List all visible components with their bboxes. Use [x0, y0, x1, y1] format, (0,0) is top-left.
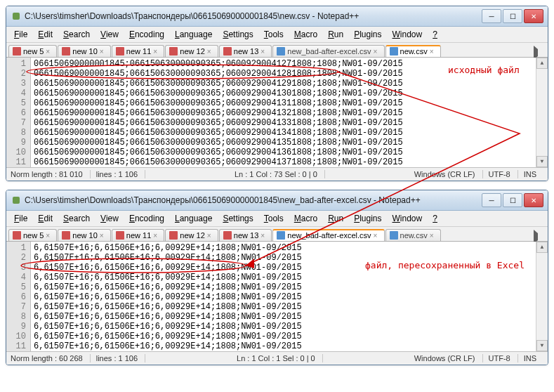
menu-file[interactable]: File — [9, 28, 32, 41]
tab-new-12[interactable]: new 12× — [165, 229, 218, 241]
text-line[interactable]: 066150690000001845;066150630000090365;06… — [34, 89, 533, 98]
text-line[interactable]: 066150690000001845;066150630000090365;06… — [34, 79, 533, 89]
tab-new-bad-after-excel-csv[interactable]: new_bad-after-excel.csv× — [272, 45, 384, 57]
text-line[interactable]: 066150690000001845;066150630000090365;06… — [34, 59, 533, 69]
tab-close-icon[interactable]: × — [46, 232, 53, 240]
tab-close-icon[interactable]: × — [260, 48, 268, 55]
menu-encoding[interactable]: Encoding — [124, 28, 169, 41]
menu-encoding[interactable]: Encoding — [124, 212, 169, 225]
editor-area[interactable]: 1234567891011 6,61507E+16;6,61506E+16;6,… — [6, 242, 548, 351]
text-line[interactable]: 6,61507E+16;6,61506E+16;6,00929E+14;1808… — [34, 322, 533, 332]
tab-close-icon[interactable]: × — [153, 232, 160, 240]
text-line[interactable]: 6,61507E+16;6,61506E+16;6,00929E+14;1808… — [34, 243, 533, 253]
text-line[interactable]: 066150690000001845;066150630000090365;06… — [34, 148, 533, 157]
text-line[interactable]: 066150690000001845;066150630000090365;06… — [34, 108, 533, 118]
menu-run[interactable]: Run — [323, 212, 348, 225]
text-line[interactable]: 066150690000001845;066150630000090365;06… — [34, 138, 533, 148]
menu-macro[interactable]: Macro — [289, 212, 322, 225]
text-line[interactable]: 066150690000001845;066150630000090365;06… — [34, 118, 533, 128]
text-line[interactable]: 066150690000001845;066150630000090365;06… — [34, 128, 533, 138]
tab-close-icon[interactable]: × — [430, 232, 437, 240]
vertical-scrollbar[interactable]: ▲ ▼ — [536, 58, 548, 167]
tab-new-11[interactable]: new 11× — [112, 229, 164, 241]
tab-close-icon[interactable]: × — [153, 48, 160, 55]
text-line[interactable]: 066150690000001845;066150630000090365;06… — [34, 98, 533, 108]
menu-search[interactable]: Search — [58, 212, 95, 225]
menu-plugins[interactable]: Plugins — [349, 28, 386, 41]
menu-search[interactable]: Search — [58, 28, 95, 41]
close-button[interactable]: ✕ — [524, 193, 543, 207]
text-line[interactable]: 066150690000001845;066150630000090365;06… — [34, 157, 533, 167]
unsaved-file-icon — [13, 231, 21, 240]
tab-new-csv[interactable]: new.csv× — [385, 45, 441, 57]
text-line[interactable]: 6,61507E+16;6,61506E+16;6,00929E+14;1808… — [34, 282, 533, 292]
tab-new-5[interactable]: new 5× — [8, 229, 57, 241]
minimize-button[interactable]: ─ — [482, 9, 501, 23]
menu-language[interactable]: Language — [170, 212, 217, 225]
menu-edit[interactable]: Edit — [33, 212, 58, 225]
menu-run[interactable]: Run — [323, 28, 348, 41]
text-content[interactable]: 6,61507E+16;6,61506E+16;6,00929E+14;1808… — [31, 242, 536, 351]
titlebar[interactable]: C:\Users\timsher\Downloads\Транспондеры\… — [6, 6, 548, 27]
tab-close-icon[interactable]: × — [374, 48, 381, 55]
menu-?[interactable]: ? — [428, 212, 442, 225]
tab-close-icon[interactable]: × — [374, 232, 381, 240]
tab-label: new 5 — [23, 47, 44, 55]
text-line[interactable]: 6,61507E+16;6,61506E+16;6,00929E+14;1808… — [34, 273, 533, 282]
tab-close-icon[interactable]: × — [430, 48, 437, 55]
menu-file[interactable]: File — [9, 212, 32, 225]
tab-new-13[interactable]: new 13× — [219, 229, 272, 241]
maximize-button[interactable]: ☐ — [503, 193, 522, 207]
scroll-up-arrow[interactable]: ▲ — [536, 58, 548, 69]
menu-tools[interactable]: Tools — [259, 212, 289, 225]
vertical-scrollbar[interactable]: ▲ ▼ — [536, 242, 548, 351]
tab-close-icon[interactable]: × — [260, 232, 268, 240]
menu-language[interactable]: Language — [170, 28, 217, 41]
text-line[interactable]: 066150690000001845;066150630000090365;06… — [34, 69, 533, 79]
scroll-down-arrow[interactable]: ▼ — [536, 156, 548, 167]
menu-edit[interactable]: Edit — [33, 28, 58, 41]
menu-settings[interactable]: Settings — [218, 212, 258, 225]
tab-new-12[interactable]: new 12× — [165, 45, 218, 57]
unsaved-file-icon — [62, 47, 70, 55]
menu-settings[interactable]: Settings — [218, 28, 258, 41]
tab-label: new 5 — [23, 231, 44, 240]
tab-close-icon[interactable]: × — [207, 232, 214, 240]
tab-new-10[interactable]: new 10× — [58, 229, 110, 241]
close-button[interactable]: ✕ — [524, 9, 543, 23]
tab-new-11[interactable]: new 11× — [112, 45, 164, 57]
scroll-down-arrow[interactable]: ▼ — [536, 340, 548, 351]
text-line[interactable]: 6,61507E+16;6,61506E+16;6,00929E+14;1808… — [34, 253, 533, 263]
scroll-up-arrow[interactable]: ▲ — [536, 242, 548, 253]
editor-area[interactable]: 1234567891011 066150690000001845;0661506… — [6, 58, 548, 167]
menubar: FileEditSearchViewEncodingLanguageSettin… — [6, 27, 548, 43]
menu-view[interactable]: View — [95, 28, 124, 41]
tab-new-csv[interactable]: new.csv× — [385, 229, 441, 241]
tab-new-5[interactable]: new 5× — [8, 45, 57, 57]
menu-view[interactable]: View — [95, 212, 124, 225]
minimize-button[interactable]: ─ — [482, 193, 501, 207]
tab-new-13[interactable]: new 13× — [219, 45, 272, 57]
text-line[interactable]: 6,61507E+16;6,61506E+16;6,00929E+14;1808… — [34, 332, 533, 341]
menu-plugins[interactable]: Plugins — [349, 212, 386, 225]
menu-macro[interactable]: Macro — [289, 28, 322, 41]
text-line[interactable]: 6,61507E+16;6,61506E+16;6,00929E+14;1808… — [34, 302, 533, 312]
menu-window[interactable]: Window — [388, 212, 428, 225]
status-lines: lines : 1 106 — [96, 354, 145, 362]
text-line[interactable]: 6,61507E+16;6,61506E+16;6,00929E+14;1808… — [34, 341, 533, 351]
text-line[interactable]: 6,61507E+16;6,61506E+16;6,00929E+14;1808… — [34, 292, 533, 302]
tab-new-10[interactable]: new 10× — [58, 45, 110, 57]
menu-?[interactable]: ? — [428, 28, 442, 41]
tab-new-bad-after-excel-csv[interactable]: new_bad-after-excel.csv× — [272, 229, 384, 241]
tab-close-icon[interactable]: × — [100, 48, 107, 55]
titlebar[interactable]: C:\Users\timsher\Downloads\Транспондеры\… — [6, 190, 548, 211]
text-line[interactable]: 6,61507E+16;6,61506E+16;6,00929E+14;1808… — [34, 263, 533, 273]
menu-window[interactable]: Window — [388, 28, 428, 41]
maximize-button[interactable]: ☐ — [503, 9, 522, 23]
menu-tools[interactable]: Tools — [259, 28, 289, 41]
tab-close-icon[interactable]: × — [46, 48, 53, 55]
text-line[interactable]: 6,61507E+16;6,61506E+16;6,00929E+14;1808… — [34, 312, 533, 322]
tab-close-icon[interactable]: × — [207, 48, 214, 55]
text-content[interactable]: 066150690000001845;066150630000090365;06… — [31, 58, 536, 167]
tab-close-icon[interactable]: × — [100, 232, 107, 240]
